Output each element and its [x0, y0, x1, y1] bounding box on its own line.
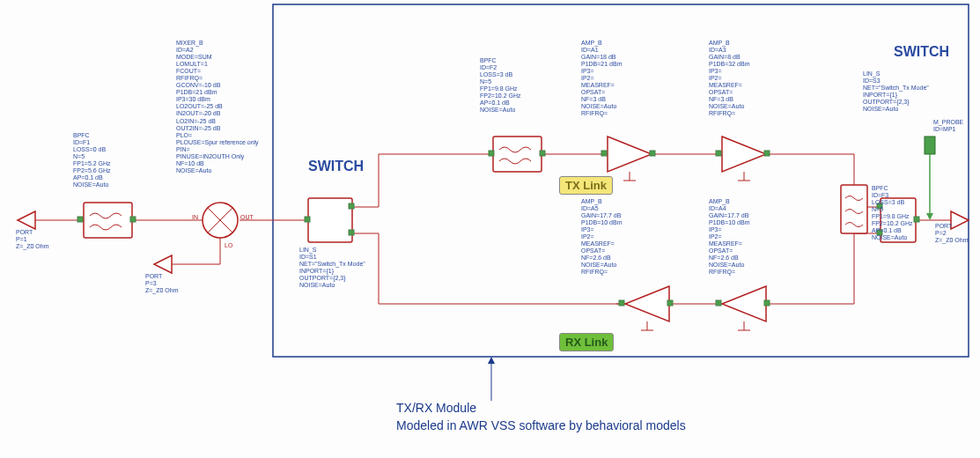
- bpfc-f3-params: BPFC ID=F3 LOSS=3 dB N=5 FP1=9.8 GHz FP2…: [872, 185, 913, 241]
- amp-a5: [625, 286, 669, 330]
- mixer-a2-params: MIXER_B ID=A2 MODE=SUM LOMULT=1 FCOUT= R…: [176, 40, 259, 174]
- svg-rect-44: [716, 300, 721, 306]
- svg-rect-34: [130, 217, 136, 222]
- svg-rect-9: [308, 198, 352, 242]
- amp-a3-params: AMP_B ID=A3 GAIN=8 dB P1DB=32 dBm IP3= I…: [709, 40, 750, 118]
- port-p2-params: PORT P=2 Z=_Z0 Ohm: [935, 223, 969, 244]
- caption-line2: Modeled in AWR VSS software by behaviora…: [396, 418, 686, 432]
- mixer-in-label: IN: [192, 214, 198, 221]
- svg-marker-3: [154, 255, 172, 273]
- amp-a4: [722, 286, 766, 330]
- svg-marker-45: [488, 357, 495, 364]
- bpfc-f1: [84, 203, 132, 238]
- mprobe-params: M_PROBE ID=MP1: [933, 119, 963, 133]
- svg-rect-37: [601, 151, 607, 156]
- switch-s1: [305, 198, 354, 242]
- svg-rect-41: [667, 300, 673, 306]
- mixer-lo-label: LO: [225, 242, 232, 249]
- m-probe: [925, 137, 935, 220]
- svg-rect-1: [841, 185, 867, 233]
- svg-rect-10: [349, 203, 354, 209]
- svg-marker-32: [926, 213, 933, 220]
- svg-marker-20: [625, 286, 669, 321]
- amp-a1-params: AMP_B ID=A1 GAIN=18 dB P1DB=21 dBm IP3= …: [581, 40, 623, 118]
- rx-link-badge: RX Link: [559, 333, 614, 351]
- mixer-a2: [203, 203, 238, 238]
- port-p1-params: PORT P=1 Z=_Z0 Ohm: [16, 229, 49, 250]
- svg-rect-11: [349, 230, 354, 235]
- port-p3-params: PORT P=3 Z=_Z0 Ohm: [145, 273, 179, 294]
- svg-rect-33: [77, 217, 83, 222]
- svg-rect-39: [716, 151, 721, 156]
- svg-marker-2: [18, 211, 35, 229]
- svg-marker-14: [608, 137, 652, 172]
- svg-rect-12: [305, 217, 310, 222]
- svg-rect-40: [764, 151, 770, 156]
- tx-link-badge: TX Link: [559, 176, 613, 195]
- amp-a3: [722, 137, 766, 181]
- svg-marker-23: [722, 286, 766, 321]
- svg-rect-13: [493, 137, 542, 172]
- svg-rect-29: [914, 217, 919, 222]
- svg-marker-17: [722, 137, 766, 172]
- bpfc-f2-params: BPFC ID=F2 LOSS=3 dB N=5 FP1=9.8 GHz FP2…: [480, 57, 521, 114]
- svg-rect-35: [489, 151, 494, 156]
- amp-a4-params: AMP_B ID=A4 GAIN=17.7 dB P1DB=10 dBm IP3…: [709, 198, 750, 277]
- amp-a5-params: AMP_B ID=A5 GAIN=17.7 dB P1DB=10 dBm IP3…: [581, 198, 623, 277]
- switch-s1-params: LIN_S ID=S1 NET="Switch_Tx Mode" INPORT=…: [299, 247, 365, 289]
- mixer-out-label: OUT: [240, 214, 254, 221]
- port-p3: [154, 255, 172, 273]
- svg-rect-43: [764, 300, 770, 306]
- switch-label-right: SWITCH: [894, 44, 949, 60]
- switch-label-left: SWITCH: [308, 159, 364, 174]
- amp-a1: [608, 137, 652, 181]
- svg-rect-5: [84, 203, 132, 238]
- svg-rect-36: [540, 151, 545, 156]
- bpfc-f2: [493, 137, 542, 172]
- port-p1: [18, 211, 35, 229]
- svg-rect-38: [650, 151, 655, 156]
- svg-rect-30: [925, 137, 935, 154]
- svg-rect-42: [619, 300, 624, 306]
- bpfc-f1-params: BPFC ID=F1 LOSS=0 dB N=5 FP1=5.2 GHz FP2…: [73, 132, 111, 188]
- caption-line1: TX/RX Module: [396, 401, 476, 415]
- switch-s3-params: LIN_S ID=S3 NET="Switch_Tx Mode" INPORT=…: [863, 70, 929, 113]
